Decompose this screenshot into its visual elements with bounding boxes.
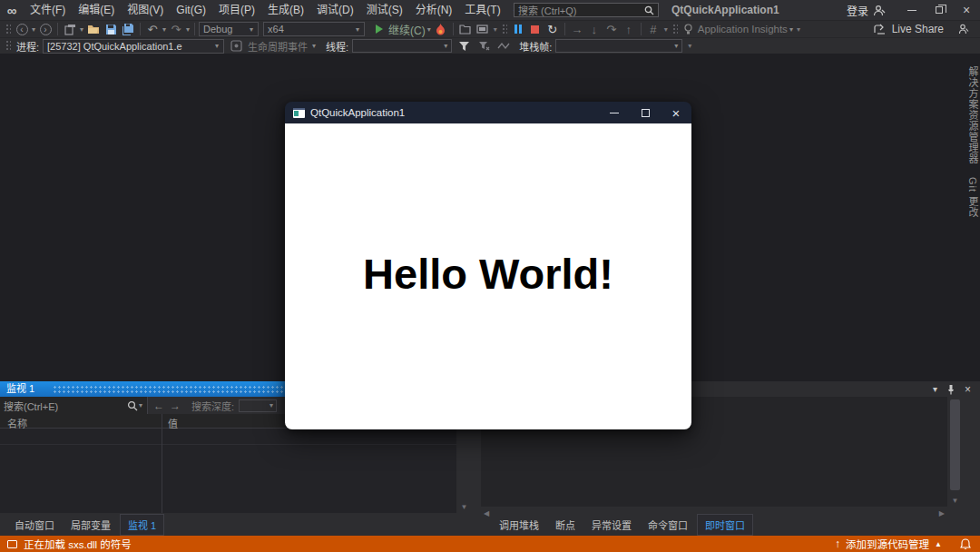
feedback-icon[interactable]	[958, 24, 969, 34]
app-insights-label[interactable]: Application Insights	[698, 24, 788, 34]
step-into-button[interactable]: ↓	[586, 21, 603, 37]
menu-git[interactable]: Git(G)	[170, 0, 212, 20]
qt-window-titlebar[interactable]: QtQuickApplication1 ×	[285, 102, 691, 123]
restore-button[interactable]	[926, 0, 953, 20]
toolbar-grip[interactable]	[5, 40, 11, 52]
lifecycle-events-button[interactable]	[228, 38, 244, 54]
scrollbar-thumb[interactable]	[950, 399, 960, 490]
debug-location-overflow[interactable]: ▾	[686, 42, 693, 50]
continue-label[interactable]: 继续(C)	[388, 22, 426, 37]
scroll-down-arrow[interactable]: ▼	[947, 497, 963, 505]
app-insights-button[interactable]	[681, 21, 697, 37]
toolbar-grip[interactable]	[5, 24, 11, 35]
menu-debug[interactable]: 调试(D)	[310, 0, 360, 20]
debug-toolbar-overflow[interactable]: ▾	[662, 25, 670, 34]
restart-button[interactable]: ↻	[544, 21, 561, 37]
scroll-down-arrow[interactable]: ▼	[456, 503, 472, 511]
tab-immediate-window[interactable]: 即时窗口	[697, 514, 753, 536]
close-button[interactable]: ×	[953, 0, 980, 20]
tab-locals-window[interactable]: 局部变量	[64, 515, 118, 535]
add-to-source-control-button[interactable]: 添加到源代码管理	[846, 537, 929, 551]
window-position-dropdown[interactable]: ▾	[933, 384, 937, 394]
live-share-label[interactable]: Live Share	[892, 23, 944, 35]
process-dropdown[interactable]: [25732] QtQuickApplication1.e▾	[43, 39, 224, 54]
toggle-code-button[interactable]: #	[645, 21, 662, 37]
navigate-back-dropdown[interactable]: ▾	[31, 25, 36, 34]
tab-autos-window[interactable]: 自动窗口	[7, 515, 62, 535]
qt-close-button[interactable]: ×	[661, 102, 691, 123]
open-file-button[interactable]	[85, 21, 102, 37]
save-all-button[interactable]	[120, 21, 136, 37]
search-next-button[interactable]: →	[170, 399, 186, 412]
find-in-files-button[interactable]	[457, 21, 474, 37]
solution-platform-dropdown[interactable]: x64▾	[263, 22, 365, 36]
flag-threads-button[interactable]	[495, 38, 512, 54]
new-project-button[interactable]	[62, 21, 78, 37]
watch-search-input[interactable]: 搜索(Ctrl+E) ▾	[0, 397, 148, 414]
show-next-statement-button[interactable]: →	[569, 21, 585, 37]
continue-button[interactable]	[371, 21, 387, 37]
redo-dropdown[interactable]: ▾	[185, 25, 191, 34]
toolbar-overflow[interactable]: ▾	[492, 25, 499, 34]
menu-build[interactable]: 生成(B)	[261, 0, 310, 20]
clear-filter-button[interactable]	[475, 38, 492, 54]
screenshot-button[interactable]	[475, 21, 491, 37]
solution-configuration-dropdown[interactable]: Debug▾	[199, 22, 259, 36]
menu-tools[interactable]: 工具(T)	[458, 0, 506, 20]
menu-file[interactable]: 文件(F)	[24, 0, 72, 20]
notifications-bell-icon[interactable]	[960, 538, 971, 550]
tab-command-window[interactable]: 命令窗口	[641, 515, 695, 535]
search-prev-button[interactable]: ←	[148, 399, 170, 412]
pin-icon[interactable]	[946, 384, 956, 395]
search-depth-dropdown[interactable]: ▾	[239, 399, 277, 412]
minimize-button[interactable]	[898, 0, 926, 20]
tab-call-stack[interactable]: 调用堆栈	[492, 515, 546, 535]
menu-analyze[interactable]: 分析(N)	[409, 0, 459, 20]
close-panel-icon[interactable]: ×	[965, 383, 971, 396]
thread-dropdown[interactable]: ▾	[352, 39, 452, 53]
column-divider[interactable]	[162, 414, 162, 513]
qt-minimize-button[interactable]	[599, 102, 630, 123]
lifecycle-dropdown[interactable]: ▾	[311, 42, 317, 50]
separator	[194, 23, 195, 35]
redo-button[interactable]: ↷	[168, 21, 184, 37]
save-button[interactable]	[103, 21, 119, 37]
stop-debugging-button[interactable]	[527, 21, 544, 37]
quick-search-input[interactable]: 搜索 (Ctrl+Q)	[514, 3, 659, 17]
watch-empty-row[interactable]	[0, 429, 456, 445]
right-vertical-scrollbar[interactable]: ▼	[947, 397, 963, 507]
source-control-dropdown[interactable]: ▲	[935, 540, 942, 548]
insights-overflow[interactable]: ▾	[795, 25, 802, 34]
lifecycle-events-label[interactable]: 生命周期事件	[248, 39, 308, 54]
undo-button[interactable]: ↶	[144, 21, 161, 37]
app-insights-dropdown[interactable]: ▾	[789, 25, 794, 34]
qt-application-window[interactable]: QtQuickApplication1 × Hello World!	[285, 102, 691, 429]
menu-view[interactable]: 视图(V)	[121, 0, 170, 20]
step-out-button[interactable]: ↑	[621, 21, 637, 37]
qt-app-icon	[293, 108, 305, 118]
filter-threads-button[interactable]	[456, 38, 472, 54]
scroll-right-arrow[interactable]: ▶	[939, 509, 945, 518]
navigate-back-button[interactable]: ‹	[14, 21, 30, 37]
break-all-button[interactable]	[510, 21, 526, 37]
menu-test[interactable]: 测试(S)	[360, 0, 409, 20]
sign-in-button[interactable]: 登录	[847, 3, 886, 18]
tab-breakpoints[interactable]: 断点	[548, 515, 583, 535]
step-over-button[interactable]: ↷	[603, 21, 620, 37]
tab-watch-1[interactable]: 监视 1	[120, 514, 164, 536]
menu-edit[interactable]: 编辑(E)	[72, 0, 121, 20]
navigate-forward-button[interactable]: ›	[37, 21, 54, 37]
hot-reload-button[interactable]	[433, 21, 449, 37]
search-options-dropdown[interactable]: ▾	[138, 401, 143, 409]
undo-dropdown[interactable]: ▾	[162, 25, 167, 34]
menu-project[interactable]: 项目(P)	[212, 0, 261, 20]
continue-dropdown[interactable]: ▾	[426, 25, 432, 34]
stack-frame-dropdown[interactable]: ▾	[555, 39, 682, 53]
toolbar-grip[interactable]	[502, 24, 507, 35]
sidebar-tab-git-changes[interactable]: Git 更改	[958, 177, 980, 218]
new-project-dropdown[interactable]: ▾	[79, 25, 84, 34]
tab-exception-settings[interactable]: 异常设置	[584, 515, 639, 535]
toolbar-grip[interactable]	[672, 24, 678, 35]
qt-maximize-button[interactable]	[630, 102, 661, 123]
sidebar-tab-solution-explorer[interactable]: 解决方案资源管理器	[958, 66, 980, 164]
